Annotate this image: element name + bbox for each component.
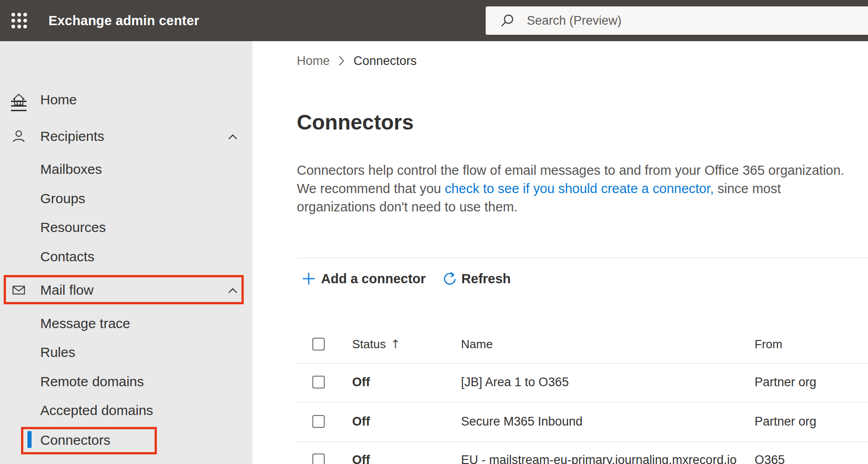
cell-from: O365: [755, 453, 785, 464]
person-icon: [11, 129, 27, 144]
sidebar-item-accepted-domains[interactable]: Accepted domains: [0, 398, 252, 423]
sidebar-item-label: Connectors: [40, 432, 110, 448]
sidebar-item-label: Accepted domains: [40, 403, 153, 418]
cell-status: Off: [352, 415, 370, 429]
row-checkbox[interactable]: [312, 415, 325, 428]
page-description: Connectors help control the flow of emai…: [297, 161, 854, 216]
sidebar-item-rules[interactable]: Rules: [0, 340, 252, 365]
refresh-label: Refresh: [461, 271, 511, 286]
breadcrumb: Home Connectors: [297, 53, 417, 69]
sidebar-item-mail-flow[interactable]: Mail flow: [0, 277, 252, 303]
toolbar: Add a connector Refresh: [302, 268, 511, 289]
top-app-bar: Exchange admin center Search (Preview): [0, 0, 868, 41]
sidebar-item-label: Message trace: [40, 316, 130, 331]
select-all-checkbox[interactable]: [312, 338, 325, 351]
app-launcher-icon[interactable]: [11, 12, 27, 29]
sidebar-item-remote-domains[interactable]: Remote domains: [0, 369, 252, 394]
search-input[interactable]: Search (Preview): [486, 6, 868, 35]
breadcrumb-current: Connectors: [354, 54, 417, 68]
column-header-status[interactable]: Status↑: [352, 337, 401, 351]
chevron-up-icon[interactable]: [226, 284, 240, 297]
sidebar-nav: Home Recipients Mailboxes Groups Resourc…: [0, 41, 252, 464]
refresh-icon: [442, 271, 457, 286]
sort-ascending-icon: ↑: [391, 337, 401, 351]
sidebar-item-label: Resources: [40, 220, 106, 235]
add-connector-label: Add a connector: [321, 271, 426, 286]
sidebar-item-label: Remote domains: [40, 374, 144, 389]
column-header-from[interactable]: From: [755, 337, 782, 351]
sidebar-item-mailboxes[interactable]: Mailboxes: [0, 156, 252, 182]
mail-icon: [11, 282, 27, 298]
chevron-up-icon[interactable]: [226, 130, 240, 144]
create-connector-link[interactable]: check to see if you should create a conn…: [445, 181, 713, 196]
sidebar-item-message-trace[interactable]: Message trace: [0, 311, 252, 336]
column-header-name[interactable]: Name: [461, 337, 493, 351]
cell-name[interactable]: [JB] Area 1 to O365: [461, 375, 569, 389]
sidebar-item-home[interactable]: Home: [0, 87, 252, 113]
cell-status: Off: [352, 453, 370, 464]
sidebar-item-groups[interactable]: Groups: [0, 186, 252, 211]
sidebar-item-label: Mail flow: [40, 282, 94, 298]
sidebar-item-label: Contacts: [40, 249, 94, 264]
sidebar-item-label: Recipients: [40, 129, 104, 144]
sidebar-item-resources[interactable]: Resources: [0, 215, 252, 240]
sidebar-item-connectors[interactable]: Connectors: [0, 427, 252, 453]
sidebar-item-label: Rules: [40, 345, 75, 360]
header-divider: [297, 363, 868, 364]
breadcrumb-chevron-icon: [338, 55, 345, 67]
cell-from: Partner org: [755, 375, 816, 389]
cell-name[interactable]: Secure M365 Inbound: [461, 415, 583, 429]
row-divider: [297, 402, 868, 403]
sidebar-item-contacts[interactable]: Contacts: [0, 244, 252, 270]
toolbar-divider: [297, 258, 868, 258]
home-icon: [11, 92, 27, 108]
cell-status: Off: [352, 375, 370, 389]
cell-from: Partner org: [755, 415, 816, 429]
selected-item-indicator: [27, 431, 32, 448]
sidebar-item-label: Home: [40, 92, 77, 108]
plus-icon: [302, 272, 316, 286]
cell-name[interactable]: EU - mailstream-eu-primary.journaling.mx…: [461, 453, 737, 464]
page-title: Connectors: [297, 110, 414, 135]
main-content: Home Connectors Connectors Connectors he…: [252, 41, 868, 464]
row-checkbox[interactable]: [312, 453, 325, 464]
sidebar-item-label: Groups: [40, 191, 85, 206]
row-divider: [297, 442, 868, 442]
sidebar-item-recipients[interactable]: Recipients: [0, 124, 252, 149]
search-icon: [500, 13, 515, 28]
breadcrumb-home-link[interactable]: Home: [297, 54, 330, 68]
refresh-button[interactable]: Refresh: [442, 271, 511, 286]
app-title: Exchange admin center: [48, 0, 199, 41]
sidebar-item-label: Mailboxes: [40, 162, 102, 177]
row-checkbox[interactable]: [312, 376, 325, 388]
search-placeholder: Search (Preview): [527, 14, 622, 28]
add-connector-button[interactable]: Add a connector: [302, 271, 426, 286]
